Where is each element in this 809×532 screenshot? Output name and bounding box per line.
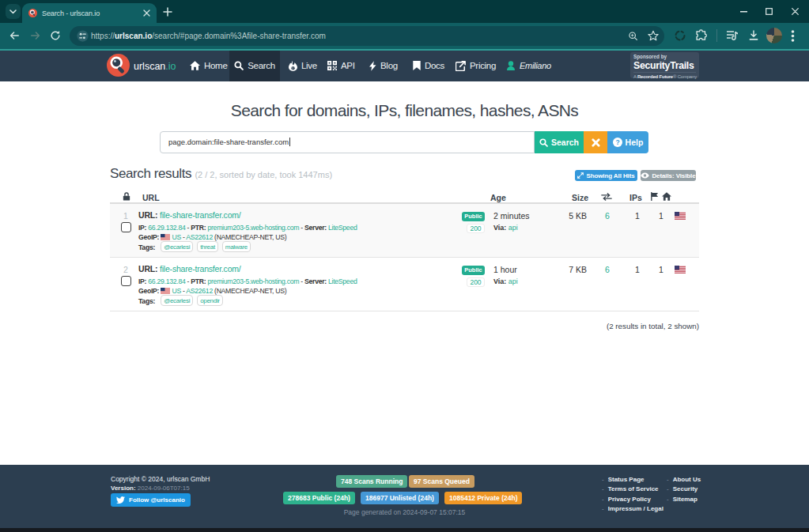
svg-text:?: ? — [615, 138, 619, 146]
